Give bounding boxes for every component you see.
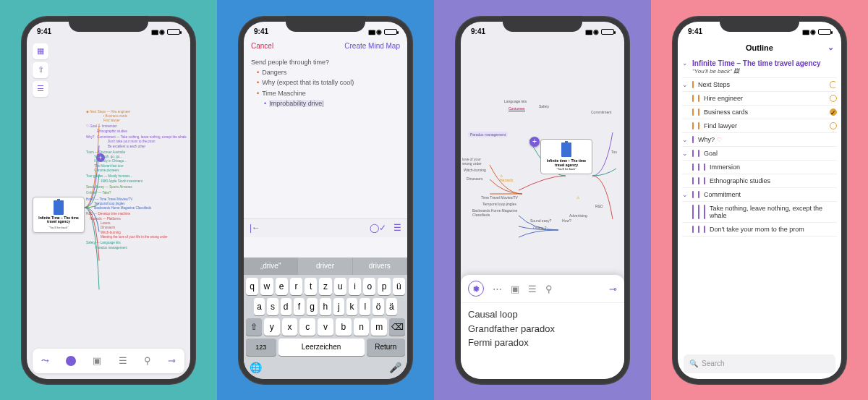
node-commitment[interactable]: Commitment <box>591 110 611 114</box>
node-bhmc[interactable]: Backwards Home Magazine Classifieds <box>472 208 517 217</box>
outline-item[interactable]: Don't take your mom to the prom <box>710 226 837 233</box>
node-love[interactable]: love of your wrong order <box>462 157 482 166</box>
checkbox-icon[interactable] <box>830 122 837 129</box>
node-rd[interactable]: R&D <box>595 204 603 208</box>
list-item[interactable]: Time Maschine Improbability drive| <box>257 88 400 109</box>
key-n[interactable]: n <box>354 318 370 336</box>
node-sound[interactable]: Sound easy? <box>530 218 551 223</box>
search-input[interactable]: 🔍 Search <box>684 354 835 373</box>
key-a[interactable]: a <box>254 298 265 315</box>
key-⇧[interactable]: ⇧ <box>246 318 262 336</box>
note-icon[interactable]: ☰ <box>33 81 48 97</box>
expand-icon[interactable]: ⌄ <box>682 81 689 88</box>
outline-item[interactable]: Commitment <box>704 191 837 198</box>
style-icon[interactable]: ⚲ <box>144 355 151 366</box>
node-ttmtv[interactable]: Time Travel Movies/TV <box>481 195 518 200</box>
outdent-icon[interactable]: |← <box>250 223 260 233</box>
expand-icon[interactable]: ⌄ <box>682 59 689 67</box>
outline-item[interactable]: Immersion <box>710 163 837 171</box>
link-icon[interactable]: ⊸ <box>168 355 176 366</box>
node-hazards[interactable]: Hazards <box>500 178 514 182</box>
branch-online[interactable]: Online? <box>86 191 98 195</box>
suggestion[interactable]: driver <box>298 258 352 275</box>
key-h[interactable]: h <box>320 298 331 315</box>
mic-icon[interactable]: 🎤 <box>389 362 401 373</box>
globe-icon[interactable]: 🌐 <box>250 362 262 373</box>
outline-editor[interactable]: Send people through time? Dangers Why (e… <box>244 53 407 114</box>
note-icon[interactable]: ☰ <box>528 284 537 294</box>
outline-item[interactable]: Find lawyer <box>704 122 827 129</box>
branch-rd[interactable]: R&D <box>86 212 93 216</box>
key-ä[interactable]: ä <box>386 298 397 315</box>
check-icon[interactable]: ◯✓ <box>370 223 386 233</box>
suggestion-item[interactable]: Causal loop <box>468 307 617 322</box>
key-ö[interactable]: ö <box>373 298 383 315</box>
link-icon[interactable]: ⊸ <box>609 284 617 294</box>
suggestion-sheet[interactable]: ✹ ⋯ ▣ ☰ ⚲ ⊸ Causal loop Grandfather para… <box>461 275 624 379</box>
list-item[interactable]: Dangers <box>257 67 400 77</box>
node-safety[interactable]: Safety <box>539 104 549 108</box>
node-dino[interactable]: Dinosaurs <box>467 176 483 181</box>
cancel-button[interactable]: Cancel <box>251 42 273 50</box>
key-l[interactable]: l <box>359 298 370 315</box>
mindmap-canvas[interactable]: Infinite Time – The time travel agency "… <box>27 38 190 347</box>
branch-how[interactable]: How? <box>86 197 95 201</box>
key-d[interactable]: d <box>281 298 292 315</box>
grid-icon[interactable]: ▦ <box>33 43 48 59</box>
key-⌫[interactable]: ⌫ <box>389 318 405 336</box>
node-how[interactable]: How? <box>562 218 571 223</box>
key-e[interactable]: e <box>276 278 288 295</box>
create-mindmap-button[interactable]: Create Mind Map <box>344 42 400 50</box>
key-m[interactable]: m <box>371 318 387 336</box>
central-node[interactable]: Infinite time – The time travel agency "… <box>540 139 592 174</box>
keyboard[interactable]: „drive" driver drivers qwertzuiopü asdfg… <box>244 258 407 379</box>
outline-item[interactable]: Why? ♡ <box>698 136 837 143</box>
key-j[interactable]: j <box>333 298 344 315</box>
branch-tours[interactable]: Tours <box>86 150 94 154</box>
node-adv[interactable]: Advertising <box>569 213 587 218</box>
checkbox-checked-icon[interactable]: ✓ <box>830 108 837 116</box>
outline-item[interactable]: Take nothing, leave nothing, except the … <box>710 205 837 219</box>
outline-item[interactable]: Goal <box>704 150 837 157</box>
expand-icon[interactable]: ⌄ <box>682 150 689 157</box>
branch-next-steps[interactable]: Next Steps <box>90 110 106 114</box>
key-b[interactable]: b <box>336 318 352 336</box>
suggestion[interactable]: „drive" <box>244 258 298 275</box>
key-return[interactable]: Return <box>367 339 406 356</box>
key-g[interactable]: g <box>307 298 318 315</box>
branch-seed-money[interactable]: Seed Money <box>86 185 104 189</box>
branch-goal[interactable]: Goal <box>90 124 97 128</box>
note-tool-icon[interactable]: ☰ <box>119 355 127 366</box>
key-y[interactable]: y <box>264 318 280 336</box>
key-ü[interactable]: ü <box>393 278 405 295</box>
key-s[interactable]: s <box>267 298 278 315</box>
key-u[interactable]: u <box>334 278 346 295</box>
branch-why[interactable]: Why? <box>86 135 95 139</box>
outline-title[interactable]: Infinite Time – The time travel agency <box>692 59 837 68</box>
add-button[interactable] <box>66 356 76 366</box>
suggestion[interactable]: drivers <box>353 258 407 275</box>
doc-icon[interactable]: ☰ <box>393 223 401 233</box>
node-witch[interactable]: Witch-burning <box>464 168 486 172</box>
central-node[interactable]: Infinite Time – The time travel agency "… <box>33 197 85 233</box>
branch-tourguides[interactable]: Tour guides <box>86 174 103 178</box>
outline-item[interactable]: Hire engineer <box>704 95 827 102</box>
node-icon[interactable]: ✹ <box>468 281 484 297</box>
expand-icon[interactable]: ⌄ <box>682 191 689 198</box>
outline-item[interactable]: Next Steps <box>698 81 827 88</box>
key-123[interactable]: 123 <box>246 339 276 356</box>
node-temporal[interactable]: Temporal loop jingles <box>482 202 516 206</box>
node-online[interactable]: Online ? <box>533 226 547 230</box>
image-icon[interactable]: ▣ <box>511 284 519 294</box>
node-tour[interactable]: Tou <box>611 150 617 154</box>
share-icon[interactable]: ⇧ <box>33 62 48 78</box>
mindmap-view-icon[interactable]: ⤳ <box>41 355 49 366</box>
node-paradox[interactable]: Paradox management <box>470 132 506 137</box>
more-icon[interactable]: ⋯ <box>493 284 502 294</box>
key-x[interactable]: x <box>282 318 298 336</box>
key-z[interactable]: z <box>319 278 331 295</box>
chevron-down-icon[interactable]: ⌄ <box>827 43 834 52</box>
list-item[interactable]: Improbability drive| <box>264 98 400 108</box>
key-r[interactable]: r <box>290 278 302 295</box>
outline-item[interactable]: Business cards <box>704 108 827 116</box>
